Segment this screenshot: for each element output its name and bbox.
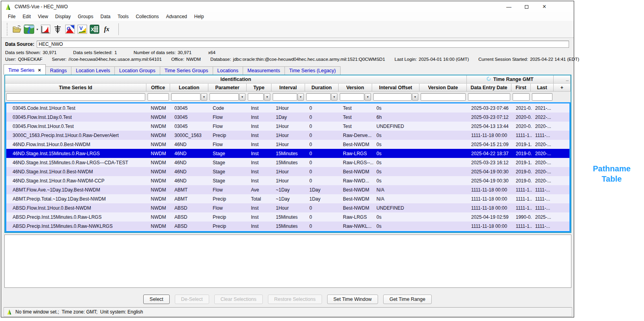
info-number-of-data-sets: Number of data sets:30,971 bbox=[133, 50, 191, 55]
column-header-last[interactable]: Last bbox=[531, 84, 554, 92]
tab-location-levels[interactable]: Location Levels bbox=[71, 66, 115, 75]
table-row[interactable]: 46ND.Flow.Inst.1Hour.0.Best-NWDMNWDM46ND… bbox=[6, 140, 569, 149]
filter-input-time-series-id[interactable] bbox=[6, 93, 145, 101]
table-row[interactable]: ABSD.Precip.Inst.15Minutes.0.Raw-NWKLRGS… bbox=[6, 222, 569, 231]
dropdown-arrow-icon[interactable]: ▼ bbox=[412, 93, 418, 101]
cell-version: Best-NWDM bbox=[340, 203, 373, 212]
collapse-group-button[interactable]: _ bbox=[566, 76, 569, 81]
tab-time-series-legacy[interactable]: Time Series (Legacy) bbox=[285, 66, 341, 75]
filter-input-office[interactable] bbox=[148, 93, 169, 101]
watershed-icon[interactable] bbox=[24, 24, 34, 35]
table-row[interactable]: 03045.Flow.Inst.1Day.0.TestNWDM03045Flow… bbox=[6, 113, 569, 122]
table-row[interactable]: 46ND.Stage.Inst.1Hour.0.Best-NWDMNWDM46N… bbox=[6, 167, 569, 176]
tab-time-series-groups[interactable]: Time Series Groups bbox=[160, 66, 213, 75]
dropdown-arrow-icon[interactable]: ▼ bbox=[201, 93, 207, 101]
column-header-office[interactable]: Office bbox=[146, 84, 170, 92]
column-header-type[interactable]: Type bbox=[247, 84, 271, 92]
filter-input-first[interactable] bbox=[513, 93, 530, 101]
tab-ratings[interactable]: Ratings bbox=[46, 66, 71, 75]
cell-duration: 0 bbox=[306, 113, 340, 122]
column-header-interval[interactable]: Interval bbox=[271, 84, 305, 92]
tab-location-groups[interactable]: Location Groups bbox=[115, 66, 160, 75]
ratings-plot-icon[interactable] bbox=[40, 24, 51, 35]
table-rows-viewport[interactable]: 03045.Code.Inst.1Hour.0.TestNWDM03045Cod… bbox=[5, 102, 571, 232]
table-row[interactable]: ABMT.Flow.Ave.~1Day.1Day.Best-NWDMNWDMAB… bbox=[6, 185, 569, 194]
toolbar-grip[interactable] bbox=[7, 23, 8, 36]
general-plot-icon[interactable]: G bbox=[65, 24, 75, 35]
filter-input-location[interactable] bbox=[171, 93, 200, 101]
table-row[interactable]: 46ND.Stage.Inst.15Minutes.0.Raw-LRGSNWDM… bbox=[6, 149, 569, 158]
menu-collections[interactable]: Collections bbox=[132, 13, 163, 21]
filter-input-duration[interactable] bbox=[306, 93, 331, 101]
menu-tools[interactable]: Tools bbox=[114, 13, 132, 21]
watershed-dropdown-icon[interactable]: ▼ bbox=[36, 28, 39, 31]
set-time-window-button[interactable]: Set Time Window bbox=[327, 295, 378, 304]
minimize-button[interactable]: — bbox=[500, 1, 518, 12]
dropdown-arrow-icon[interactable]: ▼ bbox=[365, 93, 371, 101]
dropdown-arrow-icon[interactable]: ▼ bbox=[264, 93, 270, 101]
get-time-range-button[interactable]: Get Time Range bbox=[383, 295, 432, 304]
tabulate-icon[interactable] bbox=[52, 24, 63, 35]
column-header-data-entry-date[interactable]: Data Entry Date bbox=[467, 84, 511, 92]
menu-help[interactable]: Help bbox=[191, 13, 208, 21]
filter-input-interval[interactable] bbox=[273, 93, 297, 101]
cell-version_date bbox=[421, 131, 468, 140]
column-header-parameter[interactable]: Parameter bbox=[208, 84, 247, 92]
add-column-button[interactable]: + bbox=[554, 84, 571, 92]
dropdown-arrow-icon[interactable]: ▼ bbox=[331, 93, 337, 101]
vue-plot-icon[interactable]: V bbox=[77, 24, 88, 35]
column-header-version[interactable]: Version bbox=[339, 84, 372, 92]
dropdown-arrow-icon[interactable]: ▼ bbox=[298, 93, 304, 101]
tab-locations[interactable]: Locations bbox=[213, 66, 243, 75]
filter-combo-duration: ▼ bbox=[306, 93, 337, 101]
cell-version_date bbox=[421, 122, 468, 131]
table-row[interactable]: 46ND.Stage.Inst.1Hour.0.Raw-NWDM-CCPNWDM… bbox=[6, 176, 569, 185]
column-header-location[interactable]: Location bbox=[170, 84, 208, 92]
data-source-input[interactable] bbox=[37, 41, 569, 48]
cell-filler bbox=[555, 113, 569, 122]
tab-measurements[interactable]: Measurements bbox=[243, 66, 285, 75]
filter-input-version-date[interactable] bbox=[421, 93, 466, 101]
column-header-interval-offset[interactable]: Interval Offset bbox=[372, 84, 419, 92]
filter-input-last[interactable] bbox=[532, 93, 552, 101]
info-x64: x64 bbox=[208, 50, 215, 55]
menu-data[interactable]: Data bbox=[97, 13, 114, 21]
column-header-time-series-id[interactable]: Time Series Id bbox=[5, 84, 146, 92]
menu-display[interactable]: Display bbox=[52, 13, 74, 21]
column-header-version-date[interactable]: Version Date bbox=[419, 84, 467, 92]
menu-file[interactable]: File bbox=[4, 13, 19, 21]
menu-view[interactable]: View bbox=[34, 13, 52, 21]
table-row[interactable]: 3000C_1563.Precip.Inst.1Hour.0.Raw-Denve… bbox=[6, 131, 569, 140]
excel-export-icon[interactable]: X bbox=[89, 24, 100, 35]
open-icon[interactable] bbox=[11, 24, 22, 35]
cell-type: Inst bbox=[248, 131, 273, 140]
menu-edit[interactable]: Edit bbox=[19, 13, 34, 21]
table-row[interactable]: ABMT.Precip.Total.~1Day.1Day.Best-NWDMNW… bbox=[6, 194, 569, 203]
table-row[interactable]: 03045.Flow.Inst.1Hour.0.TestNWDM03045Flo… bbox=[6, 122, 569, 131]
filter-input-data-entry-date[interactable] bbox=[468, 93, 510, 101]
menu-groups[interactable]: Groups bbox=[74, 13, 97, 21]
menu-advanced[interactable]: Advanced bbox=[163, 13, 191, 21]
dropdown-arrow-icon[interactable]: ▼ bbox=[239, 93, 245, 101]
filter-input-version[interactable] bbox=[340, 93, 364, 101]
close-button[interactable]: × bbox=[535, 1, 553, 12]
column-header-first[interactable]: First bbox=[511, 84, 531, 92]
filter-input-type[interactable] bbox=[248, 93, 264, 101]
table-row[interactable]: 03045.Code.Inst.1Hour.0.TestNWDM03045Cod… bbox=[6, 103, 569, 113]
table-row[interactable]: ABSD.Flow.Inst.1Hour.0.Best-NWDMNWDMABSD… bbox=[6, 203, 569, 212]
clear-selections-button: Clear Selections bbox=[214, 295, 263, 304]
function-icon[interactable]: fx bbox=[101, 24, 112, 35]
tab-time-series[interactable]: Time Series× bbox=[4, 64, 46, 75]
table-row[interactable]: 46ND.Stage.Inst.15Minutes.0.Raw-LRGS---C… bbox=[6, 158, 569, 167]
filter-cell-interval-offset: ▼ bbox=[372, 92, 419, 102]
filter-input-parameter[interactable] bbox=[210, 93, 239, 101]
filter-input-interval-offset[interactable] bbox=[373, 93, 412, 101]
table-row[interactable]: ABSD.Precip.Inst.15Minutes.0.Raw-LRGSNWD… bbox=[6, 212, 569, 222]
tab-close-icon[interactable]: × bbox=[38, 67, 41, 73]
maximize-button[interactable] bbox=[518, 1, 535, 12]
select-button[interactable]: Select bbox=[143, 295, 170, 304]
column-header-duration[interactable]: Duration bbox=[305, 84, 339, 92]
window-title: CWMS-Vue - HEC_NWO bbox=[15, 4, 68, 9]
cell-filler bbox=[555, 158, 569, 167]
status-app-icon bbox=[7, 309, 12, 315]
